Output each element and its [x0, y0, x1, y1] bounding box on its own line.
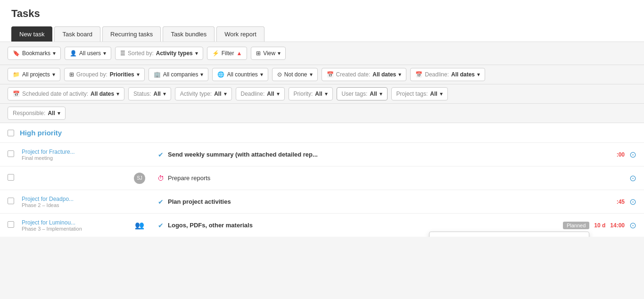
project-name[interactable]: Project for Deadpo... [22, 196, 125, 202]
chevron-down-icon: ▾ [398, 71, 401, 78]
scheduled-date-btn[interactable]: 📅 Scheduled date of activity: All dates … [8, 87, 124, 100]
project-tags-btn[interactable]: Project tags: All ▾ [391, 87, 448, 100]
tab-bar: New task Task board Recurring tasks Task… [11, 26, 633, 42]
row-checkbox-col [8, 174, 22, 182]
row-checkbox[interactable] [8, 198, 14, 204]
chevron-down-icon: ▾ [277, 91, 280, 97]
task-name: Plan project activities [168, 198, 231, 205]
bookmark-icon: 🔖 [13, 50, 20, 57]
tab-work-report[interactable]: Work report [216, 26, 264, 42]
companies-icon: 🏢 [154, 71, 161, 78]
view-btn[interactable]: ⊞ View ▾ [251, 47, 286, 60]
row-checkbox-col [8, 150, 22, 158]
meta-col: :45 ⊙ [617, 197, 636, 207]
toolbar-row3: 📅 Scheduled date of activity: All dates … [0, 84, 644, 104]
assignee-badge: SJ [134, 173, 145, 184]
calendar-icon: 📅 [327, 71, 334, 78]
filter-btn[interactable]: ⚡ Filter ▲ [207, 47, 248, 60]
project-col: Project for Luminou... Phase 3 – Impleme… [22, 219, 125, 232]
chevron-down-icon: ▾ [477, 71, 480, 78]
group-icon: ⊞ [69, 71, 74, 78]
status-icon: ⊙ [277, 71, 282, 78]
created-date-btn[interactable]: 📅 Created date: All dates ▾ [322, 68, 407, 81]
deadline-btn[interactable]: 📅 Deadline: All dates ▾ [410, 68, 485, 81]
chevron-down-icon: ▾ [103, 50, 106, 57]
tab-task-board[interactable]: Task board [54, 26, 100, 42]
planned-badge: Planned [563, 222, 589, 229]
status-btn[interactable]: Status: All ▾ [128, 87, 171, 100]
assignee-col: SJ [125, 173, 154, 184]
row-checkbox-col [8, 221, 22, 229]
tab-new-task[interactable]: New task [11, 26, 52, 42]
task-name-col: Plan project activities [168, 198, 617, 205]
toolbar-row1: 🔖 Bookmarks ▾ 👤 All users ▾ ☰ Sorted by:… [0, 42, 644, 65]
all-countries-btn[interactable]: 🌐 All countries ▾ [212, 68, 268, 81]
project-name[interactable]: Project for Luminou... [22, 219, 125, 226]
project-phase: Final meeting [22, 155, 125, 161]
task-time: :00 [617, 151, 625, 158]
sorted-by-btn[interactable]: ☰ Sorted by: Activity types ▾ [115, 47, 203, 60]
meta-col: :00 ⊙ [617, 150, 636, 160]
chevron-down-icon: ▾ [260, 71, 263, 78]
chevron-down-icon: ▾ [195, 50, 198, 57]
user-tags-btn[interactable]: User tags: All ▾ [337, 87, 388, 100]
check-icon: ✔ [158, 198, 164, 206]
sort-icon: ☰ [120, 50, 125, 57]
toolbar-row4: Responsible: All ▾ [0, 104, 644, 123]
task-name-col: Logos, PDFs, other materials [168, 222, 563, 229]
chevron-down-icon: ▾ [325, 91, 328, 97]
chevron-down-icon: ▾ [116, 91, 119, 97]
priority-btn[interactable]: Priority: All ▾ [289, 87, 333, 100]
row-checkbox-col [8, 198, 22, 206]
dropdown-select-all[interactable]: ✔ Select all [429, 232, 589, 237]
check-icon: ✔ [158, 222, 164, 229]
tab-task-bundles[interactable]: Task bundles [163, 26, 215, 42]
bookmarks-btn[interactable]: 🔖 Bookmarks ▾ [8, 47, 61, 60]
deadline-all-btn[interactable]: Deadline: All ▾ [236, 87, 285, 100]
filter-icon: ⚡ [212, 50, 219, 57]
task-time: :45 [617, 199, 625, 205]
complete-icon[interactable]: ⊙ [629, 173, 636, 183]
chevron-down-icon: ▾ [58, 110, 60, 116]
task-name: Send weekly summary (with attached detai… [168, 151, 318, 158]
people-icon: 👥 [135, 221, 144, 229]
chevron-down-icon: ▾ [52, 71, 55, 78]
all-companies-btn[interactable]: 🏢 All companies ▾ [149, 68, 209, 81]
row-checkbox[interactable] [8, 221, 14, 228]
timer-icon: ⏱ [157, 174, 164, 182]
project-col: Project for Fracture... Final meeting [22, 149, 125, 161]
complete-icon[interactable]: ⊙ [629, 220, 636, 231]
content-area: High priority Project for Fracture... Fi… [0, 123, 644, 237]
grouped-by-btn[interactable]: ⊞ Grouped by: Priorities ▾ [64, 68, 145, 81]
all-users-btn[interactable]: 👤 All users ▾ [65, 47, 111, 60]
all-projects-btn[interactable]: 📁 All projects ▾ [8, 68, 60, 81]
status-icon-col: ✔ [154, 198, 168, 206]
section-title: High priority [20, 129, 62, 137]
table-row: Project for Deadpo... Phase 2 – Ideas ✔ … [0, 190, 644, 213]
chevron-down-icon: ▾ [380, 91, 382, 97]
responsible-btn[interactable]: Responsible: All ▾ [8, 107, 66, 120]
section-header-high-priority: High priority [0, 123, 644, 142]
row-checkbox[interactable] [8, 150, 14, 157]
user-icon: 👤 [70, 50, 77, 57]
tab-recurring-tasks[interactable]: Recurring tasks [102, 26, 161, 42]
select-all-checkbox[interactable] [8, 130, 14, 136]
complete-icon[interactable]: ⊙ [629, 197, 636, 207]
task-time: 14:00 [610, 222, 625, 229]
chevron-down-icon: ▾ [278, 50, 281, 57]
task-name: Logos, PDFs, other materials [168, 222, 253, 229]
not-done-btn[interactable]: ⊙ Not done ▾ [272, 68, 318, 81]
chevron-down-icon: ▾ [53, 50, 56, 57]
activity-type-btn[interactable]: Activity type: All ▾ [175, 87, 232, 100]
chevron-down-icon: ▾ [137, 71, 140, 78]
meta-col: Planned 10 d 14:00 ⊙ [563, 220, 636, 231]
row-checkbox[interactable] [8, 174, 14, 181]
table-row: SJ ⏱ Prepare reports ⊙ [0, 166, 644, 190]
project-col: Project for Deadpo... Phase 2 – Ideas [22, 196, 125, 208]
table-row: Project for Fracture... Final meeting ✔ … [0, 142, 644, 166]
project-name[interactable]: Project for Fracture... [22, 149, 125, 155]
complete-icon[interactable]: ⊙ [629, 150, 636, 160]
chevron-down-icon: ▾ [163, 91, 166, 97]
status-icon-col: ✔ [154, 151, 168, 158]
status-icon-col: ✔ [154, 222, 168, 229]
